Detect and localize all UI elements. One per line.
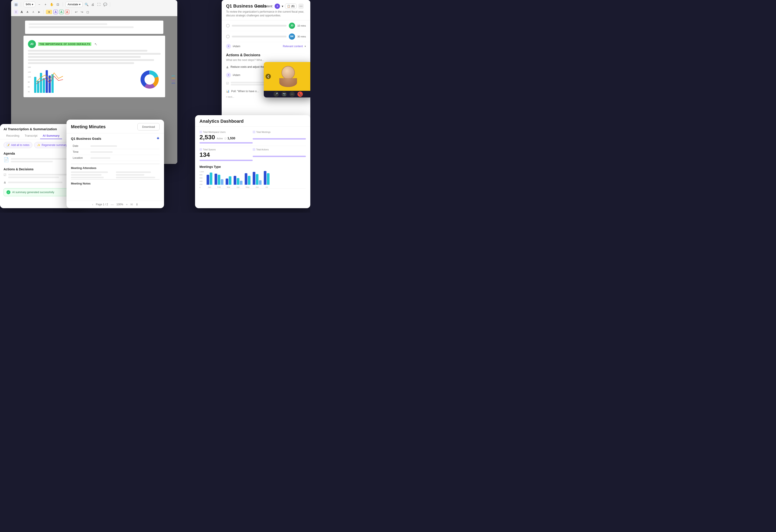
text-A2-icon[interactable]: A	[25, 10, 30, 14]
relevant-content-link[interactable]: Relevant content	[283, 45, 303, 48]
video-chevron-btn[interactable]: ❮	[265, 74, 271, 79]
eraser-icon[interactable]: ◻	[85, 10, 90, 14]
notes-section: Meeting Notes	[71, 179, 160, 185]
zoom-in-icon[interactable]: +	[43, 2, 48, 7]
stat-bar-meetings	[253, 138, 306, 140]
doc-line-2	[28, 53, 161, 55]
doc-title-row: JD THE IMPORTANCE OF GOOD DEFAULTS ↖	[28, 40, 161, 48]
agenda-line-2	[232, 36, 286, 37]
mar-bar-dark	[226, 179, 228, 185]
stat-label-users-text: Total Meetspace Users	[203, 131, 226, 133]
meetings-type-title: Meetings Type	[199, 165, 306, 169]
agenda-radio-1[interactable]	[226, 24, 230, 27]
minutes-footer: ‹ Page 1 / 2 — 100% + ✉ ⬇	[66, 201, 164, 208]
agenda-radio-2[interactable]	[226, 35, 230, 38]
toolbar-separator3	[110, 2, 110, 7]
footer-prev-icon[interactable]: ‹	[92, 203, 93, 206]
footer-download-icon[interactable]: ⬇	[136, 203, 138, 206]
text-cursor-icon[interactable]: Ⅰ	[14, 10, 18, 14]
doc-line-1	[28, 50, 147, 52]
person-body	[279, 78, 297, 87]
add-notes-label: Add all to notes	[11, 144, 29, 147]
add-notes-icon: 📝	[6, 144, 10, 147]
color-picker-icon[interactable]: ▾	[46, 10, 52, 14]
stat-value-spaces: 134	[199, 151, 210, 158]
tab-recording[interactable]: Recording	[4, 133, 22, 139]
video-controls: 🎤 📷 ⋯ 📞	[264, 91, 310, 97]
pdf-main-page: JD THE IMPORTANCE OF GOOD DEFAULTS ↖ 140…	[23, 36, 165, 97]
ai-checkbox-1[interactable]: ☑	[4, 173, 6, 177]
actions-section-title: Actions & Decisions	[222, 50, 310, 58]
active-sub: Active ⓘ 1,530	[217, 136, 235, 140]
footer-next-icon[interactable]: +	[126, 203, 128, 206]
stat-label-spaces: Total Spaces	[199, 148, 253, 151]
apr-bar-teal	[237, 178, 239, 185]
sidebar-toggle-icon[interactable]: ▤	[14, 2, 18, 7]
footer-email-icon[interactable]: ✉	[130, 203, 133, 206]
jun-bar-teal	[256, 174, 258, 185]
stat-spaces: Total Spaces 134	[199, 147, 253, 162]
agenda-avatar-2: MK	[289, 33, 295, 40]
font-color-A3-icon[interactable]: A	[65, 10, 69, 14]
notes-title: Meeting Notes	[71, 182, 160, 185]
ai-action-line-2	[8, 177, 59, 178]
camera-btn[interactable]: 📷	[281, 91, 287, 97]
more-btn[interactable]: ⋯	[289, 91, 295, 97]
regenerate-btn[interactable]: ✨ Regenerate summary	[34, 142, 70, 148]
counter-badge[interactable]: 📋 (6)	[285, 4, 297, 9]
svg-point-5	[145, 74, 155, 85]
donut-chart: 20% 20% 20% 40%	[139, 66, 161, 93]
ai-fork-1: ⋔	[4, 181, 6, 184]
text-A3-icon[interactable]: A	[31, 10, 35, 14]
doc-line-5	[28, 62, 134, 64]
arrow-icon[interactable]: ➤	[37, 10, 41, 14]
success-icon: ✓	[6, 190, 10, 194]
marquee-zoom-icon[interactable]: ⊡	[56, 2, 60, 7]
month-may: May	[245, 173, 250, 188]
relevant-chevron[interactable]: ▾	[305, 45, 306, 48]
minutes-section-title: Q1 Business Goals ✦	[71, 136, 160, 141]
ai-action-line-1	[8, 174, 70, 176]
poll-icon: 📊	[226, 90, 229, 93]
jun-bar-dark	[253, 172, 255, 185]
apr-label: Apr	[236, 186, 240, 188]
zoom-selector[interactable]: 94% ▾	[24, 2, 35, 7]
zoom-out-icon[interactable]: −	[37, 2, 41, 7]
iadam-label-2: iAdam	[233, 73, 240, 77]
ai-line-2	[11, 161, 53, 162]
tab-ai-summary[interactable]: AI Summary	[40, 133, 62, 139]
time-value	[89, 149, 160, 155]
checkbox-icon-1[interactable]: ☑	[226, 81, 229, 85]
stat-label-meetings: Total Meetings	[253, 131, 306, 133]
fullscreen-icon[interactable]: ⛶	[96, 2, 101, 7]
minutes-content[interactable]: Q1 Business Goals ✦ Date Time Location	[66, 133, 164, 201]
iadam-icon-2: ✦	[226, 73, 231, 77]
text-A1-icon[interactable]: A	[19, 10, 24, 14]
bar-chart: 140 120 100 80 60 40	[28, 66, 134, 93]
print-icon[interactable]: 🖨	[90, 2, 95, 7]
share-icon[interactable]: 💬	[103, 2, 107, 7]
mar-label: Mar	[227, 186, 230, 188]
end-call-btn[interactable]: 📞	[298, 91, 303, 97]
chart-bars: Jan Feb Mar	[207, 171, 306, 189]
hand-tool-icon[interactable]: ✋	[49, 2, 54, 7]
more-options-icon[interactable]: ⋯	[298, 4, 304, 9]
font-color-A2-icon[interactable]: A	[59, 10, 64, 14]
annotate-btn[interactable]: Annotate ▾	[65, 2, 82, 7]
undo-icon[interactable]: ↩	[74, 10, 78, 14]
stat-label-meetings-text: Total Meetings	[256, 131, 270, 133]
add-content-plus-btn[interactable]: +	[274, 4, 280, 9]
search-icon[interactable]: 🔍	[84, 2, 89, 7]
add-to-notes-btn[interactable]: 📝 Add all to notes	[4, 142, 32, 148]
stat-label-actions-text: Total Actions	[256, 149, 269, 151]
mic-btn[interactable]: 🎤	[273, 91, 279, 97]
redo-icon[interactable]: ↪	[80, 10, 84, 14]
stat-actions: Total Actions	[253, 147, 306, 162]
toolbar-separator	[21, 2, 21, 7]
apr-bar-light	[240, 181, 242, 185]
download-btn[interactable]: Download	[138, 123, 160, 130]
regenerate-icon: ✨	[37, 144, 40, 147]
may-label: May	[246, 186, 249, 188]
font-color-A1-icon[interactable]: A	[53, 10, 58, 14]
tab-transcript[interactable]: Transcript	[22, 133, 40, 139]
